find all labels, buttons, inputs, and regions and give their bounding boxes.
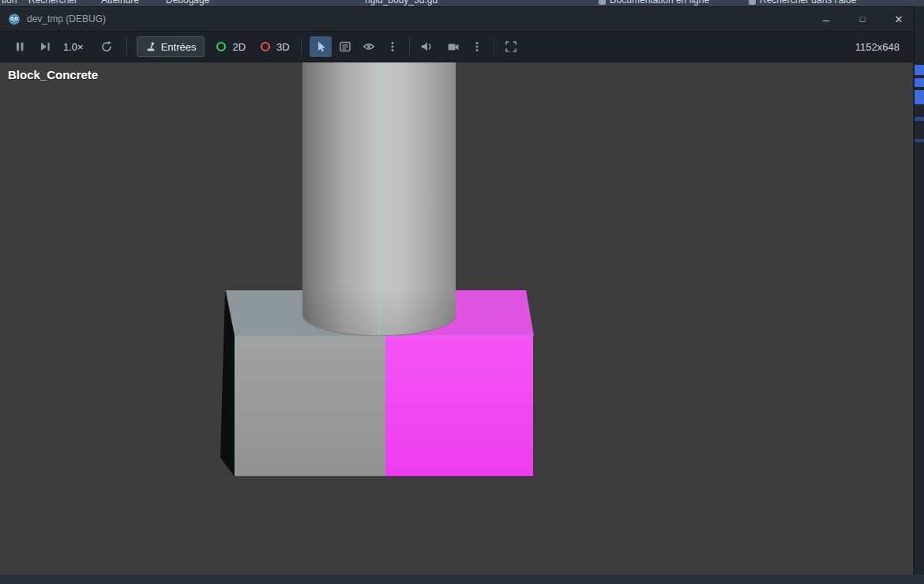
3d-ring-icon [258, 40, 272, 54]
menu-fragment: Rechercher [28, 0, 77, 6]
eye-icon [362, 40, 376, 54]
minimap-mark [915, 78, 924, 87]
external-link-icon-fragment [599, 0, 606, 5]
mode-3d-label: 3D [276, 41, 290, 53]
camera-icon [446, 40, 460, 54]
editor-menu-strip: tion Rechercher Atteindre Débogage rigid… [0, 0, 924, 6]
mode-2d-label: 2D [232, 41, 246, 53]
menu-fragment: Débogage [166, 0, 209, 6]
menu-fragment: tion [2, 0, 17, 6]
fullscreen-button[interactable] [501, 36, 521, 57]
mode-3d-toggle[interactable]: 3D [258, 40, 290, 54]
editor-bottom-sliver [0, 575, 924, 584]
select-tool-button[interactable] [310, 36, 332, 57]
resolution-indicator: 1152x648 [855, 41, 900, 53]
minimize-button[interactable]: – [812, 7, 840, 31]
minimap-mark [915, 139, 924, 142]
toolbar-separator [301, 38, 302, 55]
godot-icon [8, 13, 21, 25]
pause-game-button[interactable] [9, 36, 30, 57]
box-gray-half[interactable] [235, 336, 385, 477]
inputs-button-label: Entrées [161, 41, 197, 53]
toolbar-separator [409, 38, 410, 55]
node-list-icon [338, 40, 352, 54]
more-options-button[interactable] [382, 36, 403, 57]
2d-ring-icon [214, 40, 228, 54]
inputs-toggle-button[interactable]: Entrées [137, 36, 205, 57]
picked-node-label: Block_Concrete [8, 68, 98, 81]
search-help-icon-fragment [749, 0, 756, 5]
minimap-mark [915, 90, 924, 104]
game-window: dev_tmp (DEBUG) – □ ✕ 1.0× [0, 6, 915, 575]
editor-minimap-sliver [915, 6, 924, 575]
next-frame-icon [38, 40, 52, 54]
restart-icon [100, 40, 114, 54]
next-frame-button[interactable] [35, 36, 55, 57]
kebab-menu-icon [385, 40, 400, 54]
audio-mute-button[interactable] [416, 36, 437, 57]
speaker-icon [419, 40, 434, 54]
mode-2d-toggle[interactable]: 2D [214, 40, 246, 54]
window-title: dev_tmp (DEBUG) [27, 13, 106, 24]
visibility-toggle-button[interactable] [359, 36, 379, 57]
pause-icon [13, 40, 27, 54]
cursor-icon [314, 40, 328, 54]
doc-link-fragment: Documentation en ligne [610, 0, 709, 6]
help-link-fragment: Rechercher dans l'aide [760, 0, 856, 6]
kebab-menu-icon [470, 40, 484, 54]
camera-options-button[interactable] [467, 36, 487, 57]
restart-button[interactable] [96, 36, 117, 57]
titlebar: dev_tmp (DEBUG) – □ ✕ [0, 7, 914, 31]
close-button[interactable]: ✕ [885, 7, 913, 31]
screen: tion Rechercher Atteindre Débogage rigid… [0, 0, 924, 584]
fullscreen-icon [504, 40, 518, 54]
toolbar-separator [494, 38, 494, 55]
joystick-icon [145, 41, 156, 52]
minimap-mark [915, 117, 924, 121]
toolbar-separator [126, 38, 127, 55]
minimap-mark [915, 65, 924, 75]
maximize-button[interactable]: □ [848, 7, 877, 31]
camera-override-button[interactable] [443, 36, 464, 57]
speed-indicator: 1.0× [63, 41, 84, 53]
game-viewport[interactable]: Block_Concrete [0, 62, 913, 575]
scene-3d-render [0, 62, 913, 575]
node-list-button[interactable] [335, 36, 355, 57]
script-tab-fragment: rigid_body_3d.gd [365, 0, 438, 6]
menu-fragment: Atteindre [101, 0, 139, 6]
box-magenta-half[interactable] [385, 336, 533, 477]
debug-toolbar: 1.0× Entrées 2D [0, 31, 914, 62]
